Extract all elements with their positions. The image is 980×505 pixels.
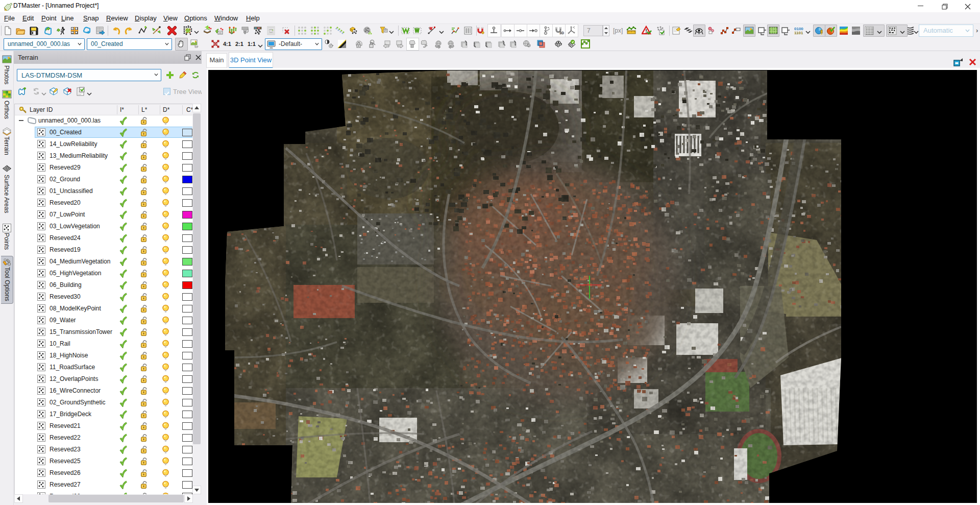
- svg-text:1101: 1101: [794, 31, 803, 35]
- svg-text:3D: 3D: [559, 31, 564, 35]
